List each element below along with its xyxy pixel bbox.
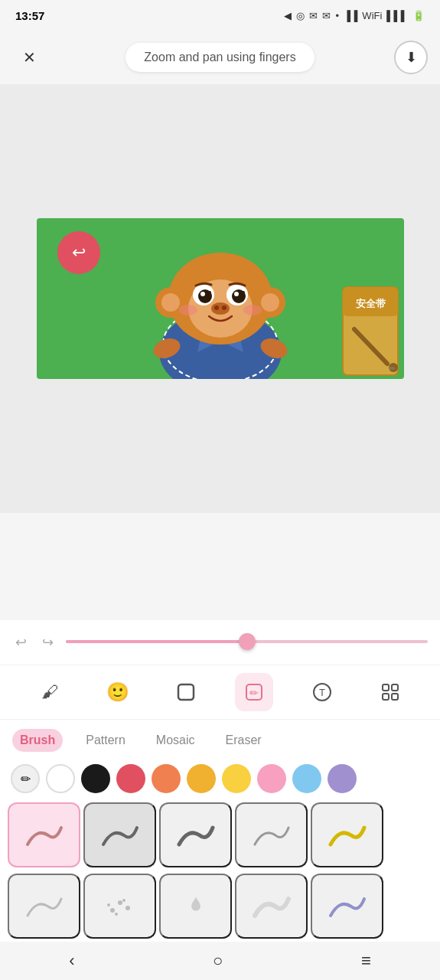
color-row: ✏ — [0, 758, 440, 799]
brush-style-2[interactable] — [83, 802, 156, 867]
status-bar: 13:57 ◀ ◎ ✉ ✉ • ▐▐ WiFi ▌▌▌ 🔋 — [0, 0, 440, 31]
orange-swatch[interactable] — [152, 764, 181, 793]
svg-point-22 — [208, 291, 211, 294]
black-swatch[interactable] — [81, 764, 110, 793]
svg-point-21 — [234, 292, 239, 296]
svg-text:✏: ✏ — [389, 364, 396, 373]
compass-icon: ◎ — [296, 10, 305, 21]
svg-point-28 — [243, 305, 262, 315]
brush-style-8[interactable] — [159, 874, 232, 939]
nav-bar: ‹ ○ ≡ — [0, 942, 440, 980]
tab-eraser[interactable]: Eraser — [218, 729, 269, 752]
tab-pattern[interactable]: Pattern — [78, 729, 133, 752]
svg-rect-40 — [383, 684, 389, 691]
slider-thumb[interactable] — [239, 633, 256, 650]
svg-text:✏: ✏ — [249, 687, 259, 699]
size-slider[interactable] — [66, 640, 428, 645]
text-button[interactable]: T — [303, 673, 341, 711]
pen-button[interactable]: ✏ — [235, 673, 273, 711]
title-text: Zoom and pan using fingers — [144, 51, 295, 64]
tool-icons-row: 🖌 🙂 ✏ T — [0, 665, 440, 720]
light-blue-swatch[interactable] — [292, 764, 321, 793]
slider-fill — [66, 640, 247, 643]
title-pill: Zoom and pan using fingers — [125, 43, 314, 72]
svg-point-25 — [214, 305, 219, 310]
brush-style-9[interactable] — [235, 874, 308, 939]
download-button[interactable]: ⬇ — [394, 41, 428, 74]
cartoon-image[interactable]: ↩ — [37, 218, 404, 379]
redo-button[interactable]: ↪ — [39, 631, 57, 654]
svg-point-49 — [107, 903, 110, 906]
top-toolbar: ✕ Zoom and pan using fingers ⬇ — [0, 31, 440, 84]
svg-point-46 — [125, 906, 130, 910]
nav-menu-button[interactable]: ≡ — [346, 945, 386, 977]
pink-swatch[interactable] — [257, 764, 286, 793]
bars-icon: ▌▌▌ — [386, 10, 408, 21]
status-time: 13:57 — [15, 9, 44, 22]
svg-rect-41 — [392, 684, 398, 691]
nav-home-button[interactable]: ○ — [197, 945, 238, 977]
wifi-icon: WiFi — [362, 10, 382, 21]
white-swatch[interactable] — [46, 764, 75, 793]
svg-rect-43 — [392, 694, 398, 700]
yellow-swatch[interactable] — [222, 764, 251, 793]
svg-point-24 — [211, 302, 230, 315]
mail-icon: ✉ — [309, 10, 318, 21]
tab-mosaic[interactable]: Mosaic — [148, 729, 203, 752]
close-button[interactable]: ✕ — [12, 41, 46, 74]
svg-point-26 — [222, 305, 227, 310]
svg-point-12 — [161, 293, 180, 312]
brush-style-4[interactable] — [235, 802, 308, 867]
signal-icon: ▐▐ — [344, 10, 357, 21]
brush-style-1[interactable] — [8, 802, 80, 867]
battery-icon: 🔋 — [412, 10, 425, 21]
nav-back-button[interactable]: ‹ — [54, 945, 90, 977]
brush-side-button[interactable]: 🖌 — [31, 673, 69, 711]
yellow-orange-swatch[interactable] — [187, 764, 216, 793]
grid-button[interactable] — [371, 673, 409, 711]
svg-point-44 — [110, 908, 115, 913]
svg-rect-35 — [178, 684, 194, 700]
brush-style-6[interactable] — [8, 874, 80, 939]
undo-button[interactable]: ↩ — [12, 631, 30, 654]
dot-icon: • — [335, 10, 339, 21]
emoji-button[interactable]: 🙂 — [99, 673, 137, 711]
svg-point-14 — [261, 293, 279, 312]
svg-text:↩: ↩ — [72, 243, 86, 262]
brush-style-3[interactable] — [159, 802, 232, 867]
canvas-area[interactable]: ↩ — [0, 84, 440, 513]
mail2-icon: ✉ — [322, 10, 331, 21]
svg-point-47 — [115, 913, 118, 916]
slider-row: ↩ ↪ — [0, 620, 440, 665]
svg-text:T: T — [319, 687, 325, 698]
dropper-swatch[interactable]: ✏ — [11, 764, 40, 793]
brush-style-7[interactable] — [83, 874, 156, 939]
svg-point-27 — [179, 305, 197, 315]
svg-rect-42 — [383, 694, 389, 700]
brush-row-1 — [0, 799, 440, 871]
svg-point-45 — [118, 900, 122, 905]
svg-point-23 — [242, 291, 245, 294]
purple-swatch[interactable] — [328, 764, 357, 793]
brush-style-10[interactable] — [311, 874, 383, 939]
bottom-controls: ↩ ↪ 🖌 🙂 ✏ T Brush Pattern Mosaic Eraser — [0, 620, 440, 942]
tab-brush[interactable]: Brush — [12, 729, 63, 752]
svg-point-20 — [200, 292, 205, 296]
brush-style-5[interactable] — [311, 802, 383, 867]
red-swatch[interactable] — [116, 764, 145, 793]
shape-button[interactable] — [167, 673, 205, 711]
svg-point-48 — [122, 899, 125, 902]
navigation-icon: ◀ — [284, 10, 292, 21]
svg-text:安全带: 安全带 — [354, 298, 385, 309]
status-icons: ◀ ◎ ✉ ✉ • ▐▐ WiFi ▌▌▌ 🔋 — [284, 10, 425, 21]
brush-row-2 — [0, 871, 440, 942]
mode-tabs: Brush Pattern Mosaic Eraser — [0, 720, 440, 758]
